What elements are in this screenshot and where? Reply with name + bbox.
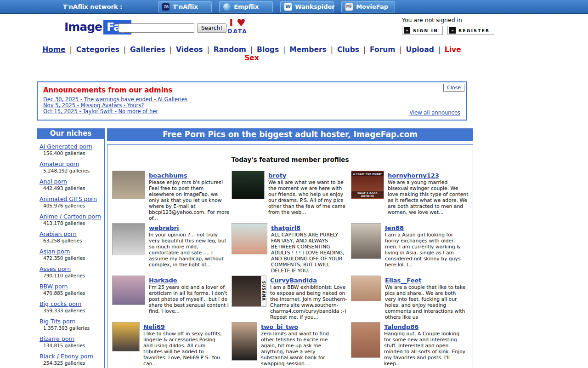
nav-separator: |	[396, 46, 406, 54]
niche-gallery-count: 156,400 galleries	[43, 150, 103, 156]
niche-link[interactable]: Bizarre porn	[40, 335, 74, 342]
sign-in-button[interactable]: » SIGN IN	[402, 26, 443, 35]
view-all-announces-link[interactable]: View all announces	[409, 109, 460, 116]
niche-link[interactable]: Asian porn	[40, 248, 70, 255]
niche-link[interactable]: Big cocks porn	[40, 300, 82, 307]
niche-item: Anime / Cartoon porn413,178 galleries	[40, 212, 103, 226]
profile-username-link[interactable]: beachbums	[149, 172, 187, 179]
profile-description: In your opinion ?... not truly very beau…	[149, 232, 230, 268]
profile-card: beachbumsPlease enjoy mrs b's pictures! …	[112, 170, 232, 222]
tnaflix-icon: TA	[162, 3, 170, 11]
network-label: T'nAflix network :	[63, 3, 122, 10]
profile-thumbnail[interactable]	[351, 276, 381, 301]
profile-thumbnail[interactable]: SUSANA	[232, 276, 266, 307]
niche-link[interactable]: Black / Ebony porn	[40, 353, 93, 360]
profile-card: two_bi_twozero limits and want to find o…	[232, 321, 351, 368]
niche-item: Big cocks porn359,333 galleries	[40, 299, 103, 314]
network-site-button-empflix[interactable]: Empflix	[219, 1, 273, 12]
profile-thumbnail[interactable]	[232, 171, 265, 199]
profile-username-link[interactable]: two_bi_two	[261, 323, 298, 330]
network-site-button-moviefap[interactable]: MFMovieFap	[341, 1, 395, 12]
nav-separator: |	[279, 46, 289, 54]
announcements-title: Announcements from our admins	[43, 86, 460, 94]
profile-username-link[interactable]: Jen88	[385, 224, 404, 231]
niche-item: Anal porn442,493 galleries	[40, 177, 103, 191]
profile-thumbnail[interactable]	[112, 223, 145, 255]
profile-username-link[interactable]: broty	[268, 172, 286, 179]
profile-username-link[interactable]: Ellas__Feet	[385, 277, 422, 284]
niche-item: BBW porn470,885 galleries	[40, 282, 103, 296]
arrow-icon: »	[449, 27, 456, 34]
arrow-icon: »	[404, 27, 410, 34]
wankspider-icon: W	[284, 3, 292, 11]
moviefap-icon: MF	[345, 3, 353, 11]
niche-gallery-count: 470,885 galleries	[43, 290, 103, 296]
niche-link[interactable]: BBW porn	[40, 283, 68, 290]
profile-card: Talondp86Hanging out. A Couple looking f…	[351, 321, 470, 368]
nav-item-forum[interactable]: Forum	[370, 46, 395, 54]
profile-thumbnail[interactable]	[232, 322, 257, 361]
profile-description: We are a young married bisexual swinger …	[388, 179, 469, 215]
announcement-link[interactable]: Oct 15, 2025 - Taylor Swift - No more of…	[43, 109, 460, 115]
profile-thumbnail[interactable]: A TREAT FOR HUBBYWHAT A GOOD HOTWIFE	[351, 171, 384, 199]
nav-item-home[interactable]: Home	[42, 46, 65, 54]
network-site-button-tnaflix[interactable]: TAT'nAflix	[158, 1, 212, 12]
nav-item-clubs[interactable]: Clubs	[337, 46, 359, 54]
nav-item-upload[interactable]: Upload	[406, 46, 434, 54]
profile-thumbnail[interactable]	[112, 276, 145, 305]
register-button[interactable]: » REGISTER	[447, 26, 494, 35]
nav-item-blogs[interactable]: Blogs	[257, 46, 279, 54]
profile-username-link[interactable]: Neli69	[143, 323, 165, 330]
nav-item-random[interactable]: Random	[214, 46, 246, 54]
profile-thumbnail[interactable]	[112, 171, 145, 199]
niche-link[interactable]: AI Generated porn	[40, 143, 92, 150]
nav-item-categories[interactable]: Categories	[76, 46, 119, 54]
niche-link[interactable]: Asses porn	[40, 265, 71, 272]
profile-card: A TREAT FOR HUBBYWHAT A GOOD HOTWIFEhorn…	[351, 170, 470, 222]
profile-description: I am a BBW exhibitionist: Love to expose…	[270, 284, 349, 320]
content-columns: Our niches AI Generated porn156,400 gall…	[37, 128, 588, 368]
i-love-data-text: DATA	[227, 29, 248, 34]
niche-link[interactable]: Animated GIFS porn	[40, 196, 97, 202]
announcements-list: Dec 30, 2025 - The warnings have ended -…	[43, 97, 460, 115]
featured-profiles-box: Today's featured member profiles beachbu…	[107, 144, 473, 368]
profile-thumbnail[interactable]	[351, 223, 381, 259]
main-navigation: Home | Categories | Galleries | Videos |…	[37, 43, 467, 67]
thumbnail-caption-bottom: WHAT A GOOD HOTWIFE	[351, 191, 384, 198]
profile-thumbnail[interactable]	[232, 223, 267, 254]
header: ImageFap Search! I ♥ DATA You are not si…	[0, 14, 588, 43]
nav-divider	[0, 67, 588, 67]
nav-item-videos[interactable]: Videos	[176, 46, 203, 54]
niches-title: Our niches	[37, 128, 105, 139]
profile-text: Talondp86Hanging out. A Couple looking f…	[384, 322, 466, 367]
search-input[interactable]	[119, 23, 194, 33]
profile-thumbnail[interactable]	[112, 322, 140, 351]
profile-username-link[interactable]: thatgirl8	[271, 224, 300, 231]
profile-username-link[interactable]: Talondp86	[384, 323, 418, 330]
nav-item-members[interactable]: Members	[289, 46, 327, 54]
network-bar: T'nAflix network : TAT'nAflixEmpflixWWan…	[0, 0, 588, 14]
profile-thumbnail[interactable]	[351, 322, 380, 358]
niche-item: Arabian porn63,258 galleries	[40, 229, 103, 244]
sign-in-label: SIGN IN	[413, 28, 438, 33]
niche-link[interactable]: Big Tits porn	[40, 318, 76, 325]
thumbnail-side-text: SUSANA	[261, 276, 266, 306]
close-link[interactable]: Close	[447, 85, 461, 91]
niche-item: Amateur porn5,248,192 galleries	[40, 159, 103, 174]
profile-text: HarkadeI'm 25 years old and a lover of e…	[149, 276, 230, 320]
network-site-button-wankspider[interactable]: WWankspider	[280, 1, 334, 12]
network-site-label: Empflix	[234, 3, 259, 10]
profile-username-link[interactable]: Harkade	[149, 277, 177, 284]
niche-link[interactable]: Anal porn	[40, 178, 67, 185]
search-button[interactable]: Search!	[197, 23, 226, 33]
profile-username-link[interactable]: webrabri	[149, 224, 179, 231]
niche-link[interactable]: Arabian porn	[40, 230, 77, 237]
niche-gallery-count: 63,258 galleries	[43, 238, 103, 244]
niche-link[interactable]: Amateur porn	[40, 161, 79, 167]
nav-item-galleries[interactable]: Galleries	[130, 46, 165, 54]
niche-link[interactable]: Anime / Cartoon porn	[40, 213, 101, 220]
profile-username-link[interactable]: hornyhorny123	[388, 172, 439, 179]
profile-username-link[interactable]: CurvyBandida	[270, 277, 317, 284]
i-love-data-logo[interactable]: I ♥ DATA	[227, 18, 248, 34]
profile-text: brotyWe all are what we want to be the m…	[268, 171, 349, 221]
